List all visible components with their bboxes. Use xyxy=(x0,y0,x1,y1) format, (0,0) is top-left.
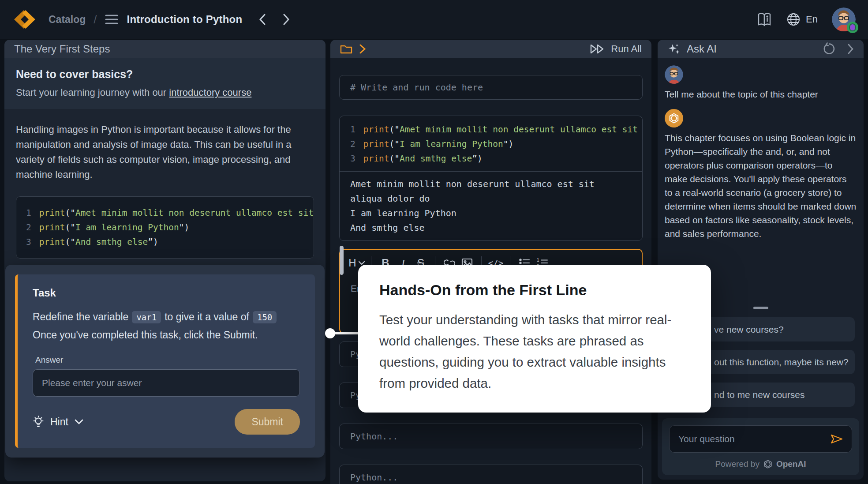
code-line: 1print("Amet minim mollit non deserunt u… xyxy=(350,122,632,137)
language-label: En xyxy=(806,14,818,25)
task-description: Redefine the variablevar1to give it a va… xyxy=(33,308,300,344)
hint-label: Hint xyxy=(50,416,68,428)
scratch-placeholder: # Write and run code here xyxy=(350,82,483,93)
code-line: 2print("I am learning Python") xyxy=(26,220,304,235)
basics-text: Start your learning journey with our int… xyxy=(16,87,314,98)
answer-input[interactable] xyxy=(33,369,300,397)
output-line: Amet minim mollit non deserunt ullamco e… xyxy=(350,177,632,206)
answer-label: Answer xyxy=(35,355,300,365)
svg-text:1: 1 xyxy=(537,258,539,263)
basics-callout: Need to cover basics? Start your learnin… xyxy=(4,58,326,109)
question-box: Powered by OpenAI xyxy=(662,418,859,475)
lightbulb-icon xyxy=(33,415,44,428)
openai-logo-icon xyxy=(763,459,773,469)
brand-logo-icon[interactable] xyxy=(12,9,37,30)
code-workspace-panel: Run All # Write and run code here 1print… xyxy=(330,40,651,484)
ai-message: This chapter focuses on using Boolean lo… xyxy=(665,131,857,240)
sparkles-icon xyxy=(667,42,681,56)
openai-avatar xyxy=(665,109,683,128)
lesson-title: The Very First Steps xyxy=(14,43,110,55)
python-cell[interactable]: Python... xyxy=(339,424,643,449)
breadcrumb-separator: / xyxy=(94,13,97,26)
task-card: Task Redefine the variablevar1to give it… xyxy=(15,274,315,448)
user-avatar[interactable] xyxy=(832,8,856,31)
output-line: And smthg else xyxy=(350,221,632,235)
openai-logo-icon xyxy=(668,113,680,124)
tooltip-title: Hands-On from the First Line xyxy=(379,281,690,299)
scratch-code-cell[interactable]: # Write and run code here xyxy=(339,75,643,100)
question-input[interactable] xyxy=(677,433,830,445)
lesson-panel: The Very First Steps Need to cover basic… xyxy=(4,40,326,481)
task-footer: Hint Submit xyxy=(33,409,300,435)
task-title: Task xyxy=(33,287,300,299)
folder-icon[interactable] xyxy=(340,44,352,54)
chapter-menu-icon[interactable] xyxy=(105,14,118,25)
top-navbar: Catalog / Introduction to Python En xyxy=(0,0,868,39)
collapse-panel-icon[interactable] xyxy=(847,44,854,54)
task-instruction: Once you've completed this task, click t… xyxy=(33,326,300,344)
next-chapter-button[interactable] xyxy=(283,14,290,25)
run-all-icon xyxy=(590,43,606,55)
run-all-label: Run All xyxy=(611,43,642,55)
submit-button[interactable]: Submit xyxy=(235,409,300,435)
code-line: 2print("I am learning Python") xyxy=(350,137,632,151)
code-line: 3print("And smthg else”) xyxy=(26,235,304,249)
python-cell[interactable]: Python... xyxy=(339,465,643,484)
powered-by-label: Powered by xyxy=(715,459,760,469)
value-chip: 150 xyxy=(253,311,277,323)
hint-button[interactable]: Hint xyxy=(33,415,83,428)
ask-ai-title: Ask AI xyxy=(687,43,717,55)
achievement-badge xyxy=(847,22,858,33)
handbook-icon[interactable] xyxy=(756,12,772,26)
task-card-highlight: Task Redefine the variablevar1to give it… xyxy=(5,265,325,458)
code-line: 3print("And smthg else”) xyxy=(350,151,632,166)
output-line: I am learning Python xyxy=(350,206,632,221)
ask-ai-chat: Tell me about the topic of this chapter … xyxy=(658,58,864,248)
lesson-paragraph: Handling images in Python is important b… xyxy=(16,122,314,182)
code-line: 1print("Amet minim mollit non deserunt u… xyxy=(26,206,304,220)
page-title: Introduction to Python xyxy=(127,13,243,26)
run-all-button[interactable]: Run All xyxy=(590,43,642,55)
send-icon[interactable] xyxy=(830,432,844,446)
variable-chip: var1 xyxy=(132,311,161,323)
editor-scrollbar-thumb[interactable] xyxy=(340,246,344,275)
user-chat-avatar xyxy=(665,65,683,84)
language-selector[interactable]: En xyxy=(786,12,818,26)
tooltip-body: Test your understanding with tasks that … xyxy=(379,309,690,394)
code-output-area: Amet minim mollit non deserunt ullamco e… xyxy=(340,171,642,240)
tooltip-connector-dot xyxy=(325,328,335,338)
basics-heading: Need to cover basics? xyxy=(16,68,314,81)
lesson-code-snippet: 1print("Amet minim mollit non deserunt u… xyxy=(16,196,314,259)
chevron-down-icon xyxy=(75,419,83,424)
lesson-header-bar: The Very First Steps xyxy=(4,40,326,58)
openai-label: OpenAI xyxy=(776,459,806,469)
ask-ai-panel: Ask AI xyxy=(658,40,864,480)
user-message: Tell me about the topic of this chapter xyxy=(665,87,857,101)
ask-ai-header-bar: Ask AI xyxy=(658,40,864,58)
suggestions-drag-handle[interactable] xyxy=(753,307,768,309)
expand-chevron-icon[interactable] xyxy=(359,44,366,54)
onboarding-tooltip: Hands-On from the First Line Test your u… xyxy=(358,265,711,413)
introductory-course-link[interactable]: introductory course xyxy=(169,87,251,98)
code-editor-area[interactable]: 1print("Amet minim mollit non deserunt u… xyxy=(340,116,642,171)
code-cell-with-output: 1print("Amet minim mollit non deserunt u… xyxy=(339,116,643,241)
reset-chat-icon[interactable] xyxy=(823,42,836,56)
navbar-right-group: En xyxy=(756,8,856,31)
powered-by-row: Powered by OpenAI xyxy=(669,453,852,475)
prev-chapter-button[interactable] xyxy=(259,14,266,25)
question-input-wrap xyxy=(669,425,852,453)
breadcrumb-catalog[interactable]: Catalog xyxy=(49,14,86,26)
workspace-header-bar: Run All xyxy=(330,40,651,58)
